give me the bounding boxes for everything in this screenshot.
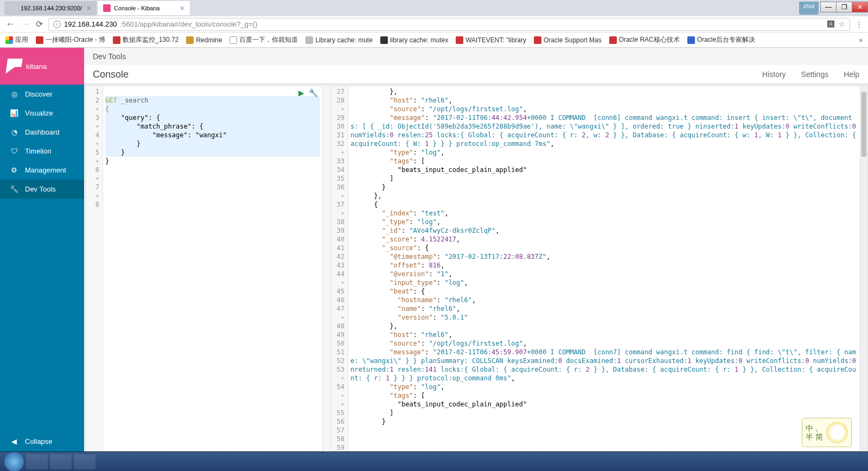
url-input[interactable]: i 192.168.144.230:5601/app/kibana#/dev_t… <box>48 18 850 31</box>
maximize-button[interactable]: ❐ <box>836 2 852 12</box>
run-button[interactable]: ▶ <box>298 88 304 97</box>
sidebar-item-dashboard[interactable]: ◔Dashboard <box>0 123 84 142</box>
bookmark-icon <box>609 36 617 44</box>
globe-icon <box>10 4 17 12</box>
kibana-logo-icon <box>5 59 23 74</box>
bookmark-item[interactable]: Oracle RAC核心技术 <box>609 35 680 44</box>
bookmark-icon <box>113 36 120 44</box>
tab-title: Console - Kibana <box>114 5 159 11</box>
response-code[interactable]: }, "host": "rhel6", "source": "/opt/logs… <box>348 86 860 451</box>
sidebar-item-devtools[interactable]: 🔧Dev Tools <box>0 180 84 199</box>
bookmark-item[interactable]: 数据库监控_130.72 <box>113 35 178 44</box>
sidebar-item-management[interactable]: ⚙Management <box>0 161 84 180</box>
request-editor[interactable]: 1 2 ▾ 3 ▾ 4 ▾ 5 ▾ 6 ▾ 7 ▾ 8 GET _search … <box>85 86 323 451</box>
collapse-icon: ◀ <box>10 437 18 445</box>
bookmark-icon <box>186 36 194 44</box>
translate-icon[interactable]: 🅰 <box>827 20 834 28</box>
bookmark-item[interactable]: Oracle后台专家解决 <box>687 35 755 44</box>
sidebar-collapse[interactable]: ◀Collapse <box>0 431 84 451</box>
scrollbar[interactable] <box>860 86 867 451</box>
lion-icon: 🛡 <box>10 147 18 156</box>
browser-tab-0[interactable]: 192.168.144.230:9200/ × <box>4 1 97 15</box>
sidebar: kibana ◎Discover 📊Visualize ◔Dashboard 🛡… <box>0 48 84 451</box>
close-button[interactable]: ✕ <box>852 2 868 12</box>
flower-icon <box>826 422 848 443</box>
close-icon[interactable]: × <box>180 4 184 12</box>
line-gutter: 27 28 ▾ 29 30 31 32 ▾ 33 34 35 36 ▾ 37 ▾… <box>331 86 348 451</box>
sidebar-item-timelion[interactable]: 🛡Timelion <box>0 142 84 161</box>
bookmark-icon <box>229 36 237 44</box>
reload-button[interactable]: ⟳ <box>36 19 43 29</box>
bookmark-item[interactable]: 一抹曦阳-Oracle - 博 <box>36 35 105 44</box>
ime-toolbar[interactable]: 中 。 半 简 <box>802 418 852 447</box>
close-icon[interactable]: × <box>87 4 91 12</box>
info-icon[interactable]: i <box>53 21 61 28</box>
compass-icon: ◎ <box>10 90 18 99</box>
breadcrumb: Dev Tools <box>84 48 868 65</box>
gear-icon: ⚙ <box>10 166 18 175</box>
wrench-icon: 🔧 <box>10 185 18 194</box>
help-link[interactable]: Help <box>844 70 859 79</box>
menu-button[interactable]: ⋮ <box>856 20 863 28</box>
scroll-thumb[interactable] <box>861 92 866 157</box>
star-icon[interactable]: ☆ <box>839 20 845 28</box>
bookmark-icon <box>456 36 463 44</box>
bookmark-item[interactable]: Redmine <box>186 36 222 44</box>
bookmark-icon <box>687 36 695 44</box>
tab-title: 192.168.144.230:9200/ <box>21 5 82 11</box>
url-path: :5601/app/kibana#/dev_tools/console?_g=(… <box>120 20 258 28</box>
bookmark-icon <box>36 36 43 44</box>
tab-strip: 192.168.144.230:9200/ × Console - Kibana… <box>0 0 868 16</box>
bookmark-item[interactable]: Oracle Support Mas <box>534 36 602 44</box>
bookmark-icon <box>534 36 541 44</box>
line-gutter: 1 2 ▾ 3 ▾ 4 ▾ 5 ▾ 6 ▾ 7 ▾ 8 <box>86 86 103 451</box>
kibana-icon <box>103 4 111 12</box>
bookmark-item[interactable]: Library cache: mute <box>305 36 372 44</box>
request-code[interactable]: GET _search { "query": { "match_phrase":… <box>103 86 322 451</box>
bookmarks-overflow[interactable]: » <box>859 36 863 44</box>
sidebar-item-discover[interactable]: ◎Discover <box>0 85 84 104</box>
console-header: Console History Settings Help <box>84 65 868 85</box>
bookmark-icon <box>305 36 313 44</box>
settings-link[interactable]: Settings <box>801 70 829 79</box>
window-controls: zhui — ❐ ✕ <box>799 2 868 15</box>
minimize-button[interactable]: — <box>820 2 837 12</box>
url-bar: ← → ⟳ i 192.168.144.230:5601/app/kibana#… <box>0 16 868 33</box>
back-button[interactable]: ← <box>5 18 15 30</box>
apps-icon <box>5 36 13 44</box>
chart-icon: 📊 <box>10 109 18 118</box>
bookmarks-bar: 应用 一抹曦阳-Oracle - 博 数据库监控_130.72 Redmine … <box>0 33 868 48</box>
apps-button[interactable]: 应用 <box>5 35 28 44</box>
gauge-icon: ◔ <box>10 128 18 137</box>
sidebar-item-visualize[interactable]: 📊Visualize <box>0 104 84 123</box>
bookmark-item[interactable]: library cache: mutex <box>380 36 448 44</box>
bookmark-item[interactable]: 百度一下，你就知道 <box>229 35 298 44</box>
brand-text: kibana <box>26 62 47 71</box>
bookmark-item[interactable]: WAITEVENT: "library <box>456 36 526 44</box>
browser-tab-1[interactable]: Console - Kibana × <box>98 1 190 15</box>
brand[interactable]: kibana <box>0 48 84 85</box>
forward-button[interactable]: → <box>21 18 30 30</box>
response-viewer: 27 28 ▾ 29 30 31 32 ▾ 33 34 35 36 ▾ 37 ▾… <box>330 86 868 451</box>
options-button[interactable]: 🔧 <box>309 88 318 97</box>
page-title: Console <box>93 69 129 80</box>
bookmark-icon <box>380 36 388 44</box>
url-host: 192.168.144.230 <box>64 20 117 28</box>
url-actions: 🅰 ☆ <box>827 20 845 28</box>
history-link[interactable]: History <box>762 70 786 79</box>
user-badge: zhui <box>799 2 819 15</box>
